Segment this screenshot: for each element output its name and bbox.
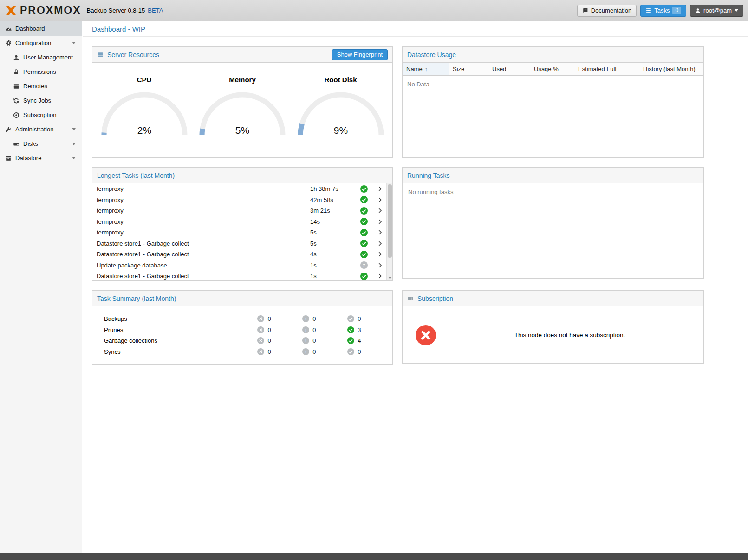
server-icon — [97, 52, 104, 58]
sidebar-item-administration[interactable]: Administration — [0, 122, 82, 137]
scrollbar-thumb[interactable] — [388, 184, 392, 258]
gears-icon — [5, 39, 12, 47]
open-task-button[interactable] — [373, 197, 387, 203]
task-row[interactable]: termproxy42m 58s — [92, 195, 387, 206]
proxmox-x-icon — [5, 4, 17, 17]
summary-ok-count: 0 — [347, 348, 392, 355]
gauge-cpu: CPU 2% — [98, 76, 191, 158]
sidebar-item-disks[interactable]: Disks — [0, 137, 82, 151]
task-status — [355, 207, 373, 215]
scroll-down-arrow-icon[interactable] — [388, 277, 392, 279]
open-task-button[interactable] — [373, 262, 387, 268]
column-header-estimated-full[interactable]: Estimated Full — [574, 63, 639, 75]
column-header-used[interactable]: Used — [488, 63, 530, 75]
sidebar-item-label: Configuration — [15, 39, 51, 46]
server-icon — [13, 83, 20, 90]
task-row[interactable]: Datastore store1 - Garbage collect5s — [92, 238, 387, 249]
panel-title: Subscription — [417, 295, 453, 302]
sidebar-item-subscription[interactable]: Subscription — [0, 108, 82, 122]
user-menu-label: root@pam — [703, 7, 732, 14]
task-row[interactable]: termproxy5s — [92, 227, 387, 238]
task-row[interactable]: termproxy3m 21s — [92, 205, 387, 216]
sidebar: DashboardConfigurationUser ManagementPer… — [0, 21, 82, 553]
task-row[interactable]: Update package database1s? — [92, 260, 387, 271]
open-task-button[interactable] — [373, 219, 387, 225]
column-header-name[interactable]: Name↑ — [403, 63, 449, 75]
column-header-usage[interactable]: Usage % — [530, 63, 574, 75]
task-status — [355, 196, 373, 203]
summary-row-garbage-collections: Garbage collections0!04 — [104, 335, 392, 346]
gauge-arc: 2% — [100, 91, 189, 137]
open-task-button[interactable] — [373, 186, 387, 192]
beta-link[interactable]: BETA — [148, 7, 163, 14]
documentation-button[interactable]: Documentation — [577, 5, 637, 17]
no-running-tasks-text: No running tasks — [403, 183, 703, 201]
task-duration: 1h 38m 7s — [310, 185, 355, 192]
sidebar-item-dashboard[interactable]: Dashboard — [0, 21, 82, 36]
status-unknown-icon: ? — [360, 261, 368, 269]
sidebar-item-user-management[interactable]: User Management — [0, 50, 82, 65]
sidebar-item-configuration[interactable]: Configuration — [0, 36, 82, 50]
sidebar-item-sync-jobs[interactable]: Sync Jobs — [0, 93, 82, 108]
status-ok-icon — [360, 196, 368, 203]
task-row[interactable]: Datastore store1 - Garbage collect4s — [92, 249, 387, 260]
header-actions: Documentation Tasks 0 root@pam — [577, 5, 743, 17]
summary-ok-count: 0 — [347, 315, 392, 322]
warning-count-icon: ! — [302, 326, 309, 333]
gauge-label: Memory — [196, 76, 289, 84]
summary-ok-count: 3 — [347, 326, 392, 333]
sidebar-item-label: Remotes — [23, 83, 47, 90]
task-summary-body: Backups0!00Prunes0!03Garbage collections… — [92, 306, 392, 357]
column-header-size[interactable]: Size — [449, 63, 488, 75]
task-summary-panel: Task Summary (last Month) Backups0!00Pru… — [92, 290, 393, 365]
chevron-right-icon — [377, 229, 383, 235]
panel-title: Task Summary (last Month) — [97, 295, 176, 302]
longest-tasks-body: termproxy1h 38m 7stermproxy42m 58stermpr… — [92, 183, 392, 281]
subscription-panel: Subscription This node does not have a s… — [402, 290, 704, 364]
datastore-usage-panel: Datastore Usage Name↑SizeUsedUsage %Esti… — [402, 46, 704, 158]
count-value: 0 — [312, 315, 316, 322]
table-header-row: Name↑SizeUsedUsage %Estimated FullHistor… — [403, 63, 703, 76]
user-menu-button[interactable]: root@pam — [690, 5, 743, 17]
open-task-button[interactable] — [373, 241, 387, 247]
sidebar-item-label: Sync Jobs — [23, 97, 51, 104]
task-name: Update package database — [97, 262, 310, 269]
show-fingerprint-button[interactable]: Show Fingerprint — [332, 49, 388, 60]
sidebar-item-remotes[interactable]: Remotes — [0, 79, 82, 93]
open-task-button[interactable] — [373, 251, 387, 257]
chevron-right-icon — [73, 142, 75, 146]
open-task-button[interactable] — [373, 208, 387, 214]
task-row[interactable]: Datastore store1 - Garbage collect1s — [92, 271, 387, 281]
summary-row-prunes: Prunes0!03 — [104, 325, 392, 336]
sidebar-item-permissions[interactable]: Permissions — [0, 65, 82, 79]
task-name: Datastore store1 - Garbage collect — [97, 240, 310, 247]
task-row[interactable]: termproxy1h 38m 7s — [92, 183, 387, 195]
gauge-arc: 5% — [198, 91, 286, 137]
list-icon — [645, 7, 651, 13]
count-value: 0 — [267, 315, 271, 322]
chevron-right-icon — [377, 273, 383, 279]
column-header-history-last-month[interactable]: History (last Month) — [639, 63, 703, 75]
summary-label: Backups — [104, 315, 257, 322]
task-status: ? — [355, 261, 373, 269]
page-titlebar: Dashboard - WIP — [83, 21, 748, 37]
column-label: Name — [406, 65, 423, 72]
scrollbar-track[interactable] — [386, 183, 392, 281]
subscription-body: This node does not have a subscription. — [403, 306, 703, 364]
documentation-label: Documentation — [591, 7, 631, 14]
archive-icon — [5, 155, 12, 162]
task-name: termproxy — [97, 185, 310, 192]
open-task-button[interactable] — [373, 273, 387, 279]
count-value: 0 — [267, 348, 271, 355]
warning-count-icon: ! — [302, 315, 309, 322]
summary-error-count: 0 — [257, 315, 302, 322]
open-task-button[interactable] — [373, 229, 387, 235]
summary-error-count: 0 — [257, 337, 302, 344]
sidebar-item-datastore[interactable]: Datastore — [0, 151, 82, 165]
task-name: termproxy — [97, 218, 310, 225]
task-row[interactable]: termproxy14s — [92, 216, 387, 228]
task-status — [355, 218, 373, 225]
count-value: 0 — [312, 337, 316, 344]
task-duration: 14s — [310, 218, 355, 225]
tasks-button[interactable]: Tasks 0 — [640, 5, 686, 17]
